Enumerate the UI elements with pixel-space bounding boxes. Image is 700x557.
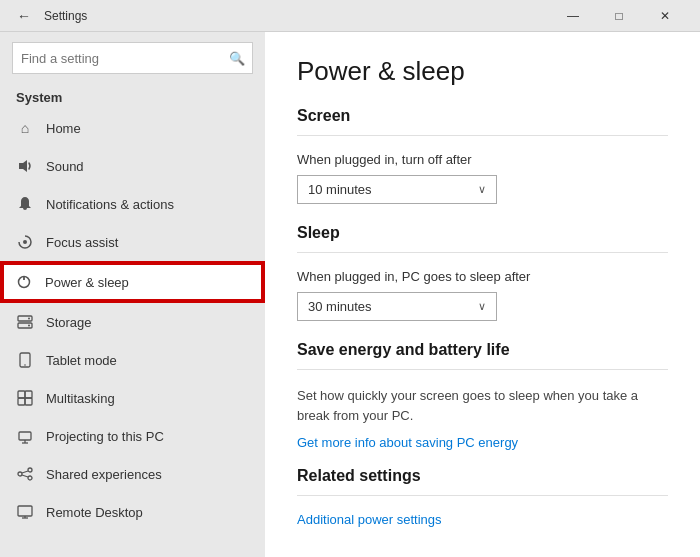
- svg-rect-12: [18, 398, 25, 405]
- minimize-button[interactable]: —: [550, 0, 596, 32]
- additional-power-settings-link[interactable]: Additional power settings: [297, 512, 668, 527]
- sidebar-item-label: Remote Desktop: [46, 505, 143, 520]
- energy-link[interactable]: Get more info about saving PC energy: [297, 435, 518, 450]
- screen-dropdown[interactable]: 10 minutes ∨: [297, 175, 497, 204]
- related-settings-section: Related settings Additional power settin…: [297, 467, 668, 527]
- sidebar-item-focus[interactable]: Focus assist: [0, 223, 265, 261]
- sleep-divider: [297, 252, 668, 253]
- tablet-icon: [16, 351, 34, 369]
- sidebar-item-projecting[interactable]: Projecting to this PC: [0, 417, 265, 455]
- energy-divider: [297, 369, 668, 370]
- window-controls: — □ ✕: [550, 0, 688, 32]
- sidebar-item-label: Multitasking: [46, 391, 115, 406]
- sidebar-item-label: Home: [46, 121, 81, 136]
- svg-rect-14: [19, 432, 31, 440]
- sidebar-item-label: Projecting to this PC: [46, 429, 164, 444]
- content-area: Power & sleep Screen When plugged in, tu…: [265, 32, 700, 557]
- svg-point-19: [28, 476, 32, 480]
- sidebar: 🔍 System ⌂ Home Sound: [0, 32, 265, 557]
- sidebar-item-label: Notifications & actions: [46, 197, 174, 212]
- svg-point-17: [18, 472, 22, 476]
- close-button[interactable]: ✕: [642, 0, 688, 32]
- svg-rect-13: [25, 398, 32, 405]
- notifications-icon: [16, 195, 34, 213]
- sidebar-section-title: System: [0, 84, 265, 109]
- sidebar-item-remote[interactable]: Remote Desktop: [0, 493, 265, 531]
- sound-icon: [16, 157, 34, 175]
- svg-rect-10: [18, 391, 25, 398]
- sidebar-item-label: Storage: [46, 315, 92, 330]
- sidebar-item-notifications[interactable]: Notifications & actions: [0, 185, 265, 223]
- maximize-button[interactable]: □: [596, 0, 642, 32]
- svg-point-1: [23, 240, 27, 244]
- sleep-dropdown-value: 30 minutes: [308, 299, 372, 314]
- shared-icon: [16, 465, 34, 483]
- search-input[interactable]: [12, 42, 253, 74]
- screen-heading: Screen: [297, 107, 668, 125]
- sidebar-item-multitasking[interactable]: Multitasking: [0, 379, 265, 417]
- focus-icon: [16, 233, 34, 251]
- svg-rect-11: [25, 391, 32, 398]
- search-icon: 🔍: [229, 51, 245, 66]
- sidebar-item-sound[interactable]: Sound: [0, 147, 265, 185]
- search-container: 🔍: [12, 42, 253, 74]
- svg-line-21: [22, 475, 28, 477]
- svg-point-18: [28, 468, 32, 472]
- screen-label: When plugged in, turn off after: [297, 152, 668, 167]
- svg-point-6: [28, 318, 30, 320]
- sidebar-item-shared[interactable]: Shared experiences: [0, 455, 265, 493]
- projecting-icon: [16, 427, 34, 445]
- energy-heading: Save energy and battery life: [297, 341, 668, 359]
- chevron-down-icon: ∨: [478, 183, 486, 196]
- sidebar-item-storage[interactable]: Storage: [0, 303, 265, 341]
- sleep-section: Sleep When plugged in, PC goes to sleep …: [297, 224, 668, 321]
- svg-marker-0: [19, 160, 27, 172]
- related-heading: Related settings: [297, 467, 668, 485]
- sidebar-item-power[interactable]: Power & sleep: [0, 261, 265, 303]
- titlebar-title: Settings: [44, 9, 550, 23]
- sidebar-item-tablet[interactable]: Tablet mode: [0, 341, 265, 379]
- sidebar-item-label: Shared experiences: [46, 467, 162, 482]
- energy-description: Set how quickly your screen goes to slee…: [297, 386, 668, 425]
- sleep-label: When plugged in, PC goes to sleep after: [297, 269, 668, 284]
- main-container: 🔍 System ⌂ Home Sound: [0, 32, 700, 557]
- svg-point-7: [28, 325, 30, 327]
- sleep-dropdown[interactable]: 30 minutes ∨: [297, 292, 497, 321]
- screen-divider: [297, 135, 668, 136]
- page-title: Power & sleep: [297, 56, 668, 87]
- sidebar-item-label: Sound: [46, 159, 84, 174]
- home-icon: ⌂: [16, 119, 34, 137]
- multitasking-icon: [16, 389, 34, 407]
- svg-point-9: [24, 364, 26, 366]
- sidebar-item-label: Focus assist: [46, 235, 118, 250]
- svg-rect-22: [18, 506, 32, 516]
- sidebar-item-label: Power & sleep: [45, 275, 129, 290]
- storage-icon: [16, 313, 34, 331]
- screen-dropdown-value: 10 minutes: [308, 182, 372, 197]
- screen-section: Screen When plugged in, turn off after 1…: [297, 107, 668, 204]
- back-button[interactable]: ←: [12, 4, 36, 28]
- power-icon: [15, 273, 33, 291]
- remote-icon: [16, 503, 34, 521]
- titlebar: ← Settings — □ ✕: [0, 0, 700, 32]
- related-divider: [297, 495, 668, 496]
- energy-section: Save energy and battery life Set how qui…: [297, 341, 668, 451]
- sleep-heading: Sleep: [297, 224, 668, 242]
- sidebar-item-label: Tablet mode: [46, 353, 117, 368]
- chevron-down-icon: ∨: [478, 300, 486, 313]
- svg-line-20: [22, 471, 28, 473]
- sidebar-item-home[interactable]: ⌂ Home: [0, 109, 265, 147]
